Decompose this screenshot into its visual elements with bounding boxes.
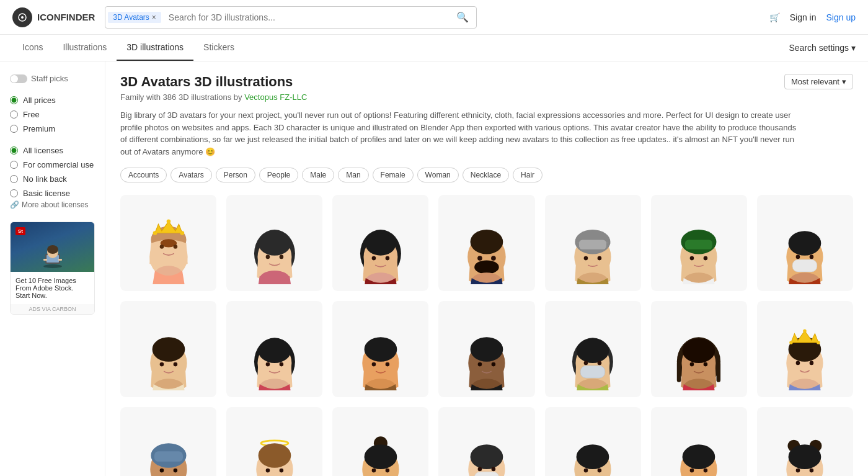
svg-point-130 <box>364 444 397 469</box>
svg-rect-101 <box>677 361 681 382</box>
list-item[interactable] <box>757 301 853 397</box>
search-input[interactable] <box>164 7 450 28</box>
tag-man[interactable]: Man <box>338 168 368 182</box>
page-title: 3D Avatars 3D illustrations <box>120 74 307 90</box>
author-link[interactable]: Vectopus FZ-LLC <box>244 92 307 102</box>
tag-woman[interactable]: Woman <box>417 168 459 182</box>
tab-icons[interactable]: Icons <box>12 35 53 61</box>
list-item[interactable] <box>332 301 428 397</box>
content: 3D Avatars 3D illustrations Family with … <box>105 61 868 476</box>
tag-accounts[interactable]: Accounts <box>120 168 167 182</box>
svg-point-64 <box>152 337 185 362</box>
price-premium[interactable]: Premium <box>10 124 95 133</box>
svg-point-100 <box>704 362 708 367</box>
price-free[interactable]: Free <box>10 110 95 119</box>
search-tag-close[interactable]: × <box>152 13 156 22</box>
svg-point-23 <box>258 231 291 256</box>
header-right: 🛒 Sign in Sign up <box>769 12 856 22</box>
svg-point-149 <box>683 444 715 469</box>
svg-point-52 <box>690 256 694 260</box>
illustration-thumb <box>651 195 747 291</box>
price-all[interactable]: All prices <box>10 96 95 105</box>
sidebar-ad[interactable]: St Get 10 Free Images From Adobe Stock <box>10 222 95 315</box>
ad-badge: St <box>16 227 25 235</box>
list-item[interactable] <box>545 407 641 476</box>
list-item[interactable] <box>757 407 853 476</box>
svg-point-144 <box>584 469 588 473</box>
license-basic[interactable]: Basic license <box>10 189 95 198</box>
list-item[interactable] <box>438 195 534 291</box>
list-item[interactable] <box>438 301 534 397</box>
license-commercial[interactable]: For commercial use <box>10 160 95 169</box>
list-item[interactable] <box>226 407 322 476</box>
svg-point-99 <box>690 362 694 367</box>
svg-point-98 <box>683 338 715 363</box>
cart-icon[interactable]: 🛒 <box>769 12 780 22</box>
sign-in-link[interactable]: Sign in <box>790 12 817 22</box>
tab-illustrations[interactable]: Illustrations <box>53 35 117 61</box>
content-description: Big library of 3D avatars for your next … <box>120 109 802 158</box>
search-settings[interactable]: Search settings ▾ <box>789 35 856 60</box>
list-item[interactable] <box>120 301 216 397</box>
list-item[interactable] <box>545 301 641 397</box>
list-item[interactable] <box>120 195 216 291</box>
svg-point-72 <box>265 362 270 367</box>
list-item[interactable] <box>651 301 747 397</box>
tag-avatars[interactable]: Avatars <box>170 168 211 182</box>
tag-person[interactable]: Person <box>216 168 255 182</box>
illustration-thumb <box>332 301 428 397</box>
tag-hair[interactable]: Hair <box>513 168 542 182</box>
svg-point-66 <box>173 362 177 367</box>
svg-point-83 <box>471 337 503 362</box>
tag-male[interactable]: Male <box>302 168 334 182</box>
license-all[interactable]: All licenses <box>10 146 95 155</box>
toggle-icon <box>10 74 27 83</box>
list-item[interactable] <box>651 407 747 476</box>
staff-picks-section: Staff picks <box>10 74 95 83</box>
tab-3d-illustrations[interactable]: 3D illustrations <box>117 35 193 61</box>
illustration-thumb <box>332 195 428 291</box>
list-item[interactable] <box>120 407 216 476</box>
more-licenses-link[interactable]: 🔗 More about licenses <box>10 200 95 209</box>
illustration-thumb <box>545 407 641 476</box>
svg-point-18 <box>173 245 177 249</box>
svg-point-123 <box>258 443 291 468</box>
svg-point-36 <box>471 230 503 254</box>
list-item[interactable] <box>226 195 322 291</box>
search-button[interactable]: 🔍 <box>449 11 476 23</box>
list-item[interactable] <box>332 195 428 291</box>
main: Staff picks All prices Free Premium All … <box>0 61 868 476</box>
tag-necklace[interactable]: Necklace <box>463 168 509 182</box>
tab-stickers[interactable]: Stickers <box>193 35 244 61</box>
svg-rect-60 <box>793 259 818 272</box>
list-item[interactable] <box>438 407 534 476</box>
sidebar: Staff picks All prices Free Premium All … <box>0 61 105 476</box>
illustration-thumb <box>120 407 216 476</box>
svg-rect-8 <box>43 259 47 261</box>
svg-point-159 <box>810 469 814 473</box>
list-item[interactable] <box>226 301 322 397</box>
license-no-link[interactable]: No link back <box>10 174 95 184</box>
header: ICONFINDER 3D Avatars × 🔍 🛒 Sign in Sign… <box>0 0 868 35</box>
svg-point-137 <box>478 467 482 472</box>
sort-dropdown[interactable]: Most relevant ▾ <box>784 74 853 89</box>
license-section: All licenses For commercial use No link … <box>10 146 95 209</box>
svg-point-39 <box>491 256 496 261</box>
sign-up-link[interactable]: Sign up <box>826 12 856 22</box>
tags-container: Accounts Avatars Person People Male Man … <box>120 168 853 182</box>
ad-text: Get 10 Free Images From Adobe Stock. Sta… <box>11 272 94 304</box>
svg-point-145 <box>598 469 602 473</box>
content-header: 3D Avatars 3D illustrations Family with … <box>120 74 853 102</box>
illustration-thumb <box>226 195 322 291</box>
list-item[interactable] <box>651 195 747 291</box>
svg-point-73 <box>279 362 283 367</box>
list-item[interactable] <box>757 195 853 291</box>
list-item[interactable] <box>545 195 641 291</box>
tag-female[interactable]: Female <box>373 168 414 182</box>
logo[interactable]: ICONFINDER <box>12 7 95 27</box>
list-item[interactable] <box>332 407 428 476</box>
svg-point-37 <box>474 260 499 274</box>
svg-point-111 <box>810 361 814 365</box>
tag-people[interactable]: People <box>259 168 298 182</box>
content-subtitle: Family with 386 3D illustrations by Vect… <box>120 92 307 102</box>
